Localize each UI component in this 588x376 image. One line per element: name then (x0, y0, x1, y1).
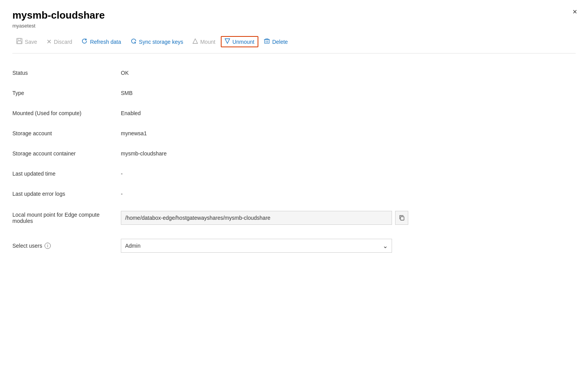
delete-icon (264, 38, 270, 45)
refresh-icon (81, 38, 88, 45)
select-users-row: Select users i Admin ⌄ (12, 232, 576, 260)
save-button[interactable]: Save (12, 36, 41, 48)
field-label-4: Storage account container (12, 143, 121, 164)
toolbar: Save ✕ Discard Refresh data Sync st (12, 36, 576, 53)
field-value-1: SMB (121, 83, 576, 103)
select-users-value: Admin ⌄ (121, 232, 576, 260)
chevron-down-icon: ⌄ (383, 242, 388, 250)
discard-button[interactable]: ✕ Discard (43, 36, 76, 47)
svg-marker-3 (193, 39, 198, 43)
copy-button[interactable] (395, 211, 408, 225)
svg-rect-1 (18, 38, 21, 40)
save-icon (16, 38, 22, 45)
local-mount-input: /home/databox-edge/hostgatewayshares/mys… (121, 211, 392, 225)
svg-rect-2 (17, 41, 21, 43)
field-value-4: mysmb-cloudshare (121, 143, 576, 164)
mount-button[interactable]: Mount (189, 36, 219, 47)
field-label-5: Last updated time (12, 164, 121, 184)
panel-title: mysmb-cloudshare (12, 9, 576, 21)
field-label-3: Storage account (12, 123, 121, 143)
select-users-current: Admin (125, 243, 141, 249)
unmount-icon (225, 38, 230, 45)
delete-label: Delete (272, 39, 288, 45)
select-users-dropdown[interactable]: Admin ⌄ (121, 239, 392, 253)
sync-label: Sync storage keys (139, 39, 183, 45)
discard-label: Discard (54, 39, 72, 45)
local-mount-label: Local mount point for Edge compute modul… (12, 205, 121, 231)
sync-icon (131, 38, 137, 45)
save-label: Save (25, 39, 37, 45)
copy-icon (399, 215, 405, 221)
svg-marker-4 (225, 39, 230, 43)
local-mount-value-area: /home/databox-edge/hostgatewayshares/mys… (121, 204, 576, 232)
panel: × mysmb-cloudshare myasetest Save ✕ Disc… (0, 0, 588, 376)
field-value-0: OK (121, 63, 576, 83)
info-icon: i (45, 243, 51, 249)
unmount-button[interactable]: Unmount (221, 36, 258, 47)
panel-subtitle: myasetest (12, 23, 576, 29)
field-label-1: Type (12, 83, 121, 103)
field-label-2: Mounted (Used for compute) (12, 103, 121, 123)
close-button[interactable]: × (573, 8, 577, 16)
field-value-2: Enabled (121, 103, 576, 123)
mount-icon (193, 38, 198, 45)
sync-button[interactable]: Sync storage keys (127, 36, 187, 48)
content-area: StatusOKTypeSMBMounted (Used for compute… (12, 63, 576, 204)
svg-rect-6 (401, 217, 404, 220)
refresh-label: Refresh data (90, 39, 121, 45)
field-value-5: - (121, 164, 576, 184)
select-users-label: Select users i (12, 236, 121, 256)
local-mount-row: Local mount point for Edge compute modul… (12, 204, 576, 232)
mount-label: Mount (200, 39, 215, 45)
delete-button[interactable]: Delete (260, 36, 292, 48)
unmount-label: Unmount (232, 39, 254, 45)
field-label-0: Status (12, 63, 121, 83)
discard-icon: ✕ (46, 39, 52, 45)
svg-rect-5 (265, 40, 269, 43)
refresh-button[interactable]: Refresh data (77, 36, 125, 48)
field-value-3: mynewsa1 (121, 123, 576, 143)
field-value-6: - (121, 184, 576, 204)
field-label-6: Last update error logs (12, 184, 121, 204)
